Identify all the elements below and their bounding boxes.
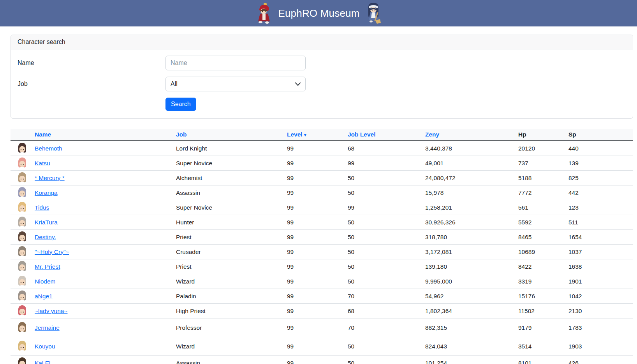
cell-zeny: 101,254 [422, 356, 515, 364]
cell-sp: 1783 [565, 318, 633, 337]
cell-job-level: 50 [345, 274, 422, 289]
character-name-link[interactable]: Kouyou [35, 343, 55, 350]
job-select-value: All [171, 80, 178, 88]
cell-job: Alchemist [173, 171, 284, 186]
cell-job: Wizard [173, 337, 284, 356]
cell-level: 99 [284, 304, 345, 318]
table-row: Jermaine Professor 99 70 882,315 9179 17… [11, 318, 633, 337]
cell-job: Crusader [173, 245, 284, 259]
character-avatar-icon [18, 187, 27, 198]
cell-level: 99 [284, 356, 345, 364]
character-name-link[interactable]: Tidus [35, 204, 49, 211]
cell-sp: 1901 [565, 274, 633, 289]
cell-zeny: 1,258,201 [422, 200, 515, 215]
cell-level: 99 [284, 318, 345, 337]
cell-hp: 9179 [515, 318, 565, 337]
table-row: Niodem Wizard 99 50 9,995,000 3319 1901 [11, 274, 633, 289]
cell-job-level: 50 [345, 171, 422, 186]
character-avatar-icon [18, 290, 27, 301]
character-avatar-icon [18, 231, 27, 242]
character-name-link[interactable]: KriaTura [35, 219, 58, 226]
name-input[interactable] [165, 56, 306, 70]
character-name-link[interactable]: Behemoth [35, 145, 62, 152]
character-avatar-icon [18, 216, 27, 227]
table-header-row: Name Job Level▾ Job Level Zeny Hp Sp [11, 129, 633, 141]
cell-job: Assassin [173, 186, 284, 200]
cell-zeny: 3,440,378 [422, 141, 515, 156]
cell-sp: 123 [565, 200, 633, 215]
cell-zeny: 3,172,081 [422, 245, 515, 259]
cell-hp: 5188 [515, 171, 565, 186]
character-name-link[interactable]: Katsu [35, 160, 50, 166]
hp-column-header: Hp [515, 129, 565, 141]
cell-hp: 11502 [515, 304, 565, 318]
cell-sp: 440 [565, 141, 633, 156]
sort-zeny-link[interactable]: Zeny [425, 131, 439, 138]
character-name-link[interactable]: Destiny. [35, 234, 56, 240]
chevron-down-icon [295, 82, 301, 86]
character-name-link[interactable]: aNge1 [35, 293, 53, 299]
cell-sp: 1638 [565, 259, 633, 274]
table-row: "~Holy Cry"~ Crusader 99 50 3,172,081 10… [11, 245, 633, 259]
cell-hp: 3319 [515, 274, 565, 289]
character-name-link[interactable]: ~lady yuna~ [35, 308, 67, 314]
sort-name-link[interactable]: Name [35, 131, 51, 138]
sort-level-link[interactable]: Level [287, 131, 303, 138]
character-name-link[interactable]: Kal El [35, 360, 51, 364]
cell-sp: 426 [565, 356, 633, 364]
cell-zeny: 318,780 [422, 230, 515, 245]
table-row: Destiny. Priest 99 50 318,780 8465 1654 [11, 230, 633, 245]
cell-level: 99 [284, 274, 345, 289]
character-name-link[interactable]: Jermaine [35, 324, 60, 331]
cell-job-level: 68 [345, 141, 422, 156]
cell-job-level: 50 [345, 230, 422, 245]
cell-job-level: 99 [345, 156, 422, 171]
cell-hp: 8465 [515, 230, 565, 245]
cell-zeny: 882,315 [422, 318, 515, 337]
character-name-link[interactable]: * Mercury * [35, 175, 65, 181]
cell-sp: 442 [565, 186, 633, 200]
table-body: Behemoth Lord Knight 99 68 3,440,378 201… [11, 141, 633, 364]
sort-job-level-link[interactable]: Job Level [348, 131, 376, 138]
character-name-link[interactable]: Mr. Priest [35, 263, 60, 270]
cell-level: 99 [284, 230, 345, 245]
cell-zeny: 49,001 [422, 156, 515, 171]
character-name-link[interactable]: "~Holy Cry"~ [35, 248, 69, 255]
cell-hp: 8101 [515, 356, 565, 364]
search-button[interactable]: Search [165, 98, 196, 111]
cell-hp: 737 [515, 156, 565, 171]
character-table: Name Job Level▾ Job Level Zeny Hp Sp [11, 129, 633, 364]
cell-hp: 5592 [515, 215, 565, 230]
cell-level: 99 [284, 156, 345, 171]
cell-hp: 7772 [515, 186, 565, 200]
red-mage-sprite-icon [255, 2, 273, 24]
cell-zeny: 9,995,000 [422, 274, 515, 289]
table-row: Behemoth Lord Knight 99 68 3,440,378 201… [11, 141, 633, 156]
character-avatar-icon [18, 322, 27, 332]
character-name-link[interactable]: Koranga [35, 189, 58, 196]
cell-sp: 511 [565, 215, 633, 230]
cell-job-level: 70 [345, 318, 422, 337]
cell-job: High Priest [173, 304, 284, 318]
table-row: Kouyou Wizard 99 50 824,043 3514 1903 [11, 337, 633, 356]
cell-zeny: 1,802,364 [422, 304, 515, 318]
cell-job-level: 68 [345, 304, 422, 318]
character-name-link[interactable]: Niodem [35, 278, 55, 285]
cell-level: 99 [284, 200, 345, 215]
panel-title: Character search [11, 35, 633, 49]
cell-level: 99 [284, 141, 345, 156]
character-avatar-icon [18, 275, 27, 286]
job-select[interactable]: All [165, 77, 306, 91]
table-row: ~lady yuna~ High Priest 99 68 1,802,364 … [11, 304, 633, 318]
cell-job-level: 99 [345, 200, 422, 215]
sp-column-header: Sp [565, 129, 633, 141]
table-row: * Mercury * Alchemist 99 50 24,080,472 5… [11, 171, 633, 186]
cell-sp: 139 [565, 156, 633, 171]
cell-sp: 1654 [565, 230, 633, 245]
cell-level: 99 [284, 337, 345, 356]
cell-level: 99 [284, 215, 345, 230]
table-row: Tidus Super Novice 99 99 1,258,201 561 1… [11, 200, 633, 215]
cell-hp: 10689 [515, 245, 565, 259]
cell-job-level: 50 [345, 215, 422, 230]
sort-job-link[interactable]: Job [176, 131, 187, 138]
